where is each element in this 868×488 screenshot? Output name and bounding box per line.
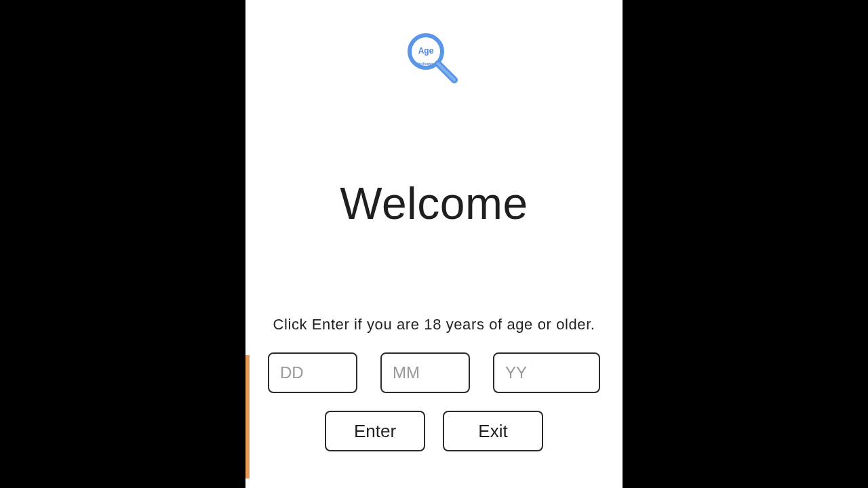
enter-button[interactable]: Enter [325,411,425,451]
logo-bottom-text: Verification [417,62,435,66]
svg-line-2 [438,64,454,80]
button-row: Enter Exit [325,411,543,451]
dob-day-input[interactable] [268,352,357,393]
welcome-heading: Welcome [340,178,528,229]
instruction-text: Click Enter if you are 18 years of age o… [273,316,595,333]
logo-top-text: Age [418,46,434,56]
age-verification-panel: Age Verification Welcome Click Enter if … [245,0,623,488]
magnifier-icon: Age Verification [406,33,462,89]
dob-input-row [268,352,600,393]
dob-year-input[interactable] [493,352,600,393]
dob-month-input[interactable] [380,352,470,393]
age-verification-logo: Age Verification [406,33,462,89]
orange-accent-strip [245,355,250,479]
exit-button[interactable]: Exit [443,411,543,451]
